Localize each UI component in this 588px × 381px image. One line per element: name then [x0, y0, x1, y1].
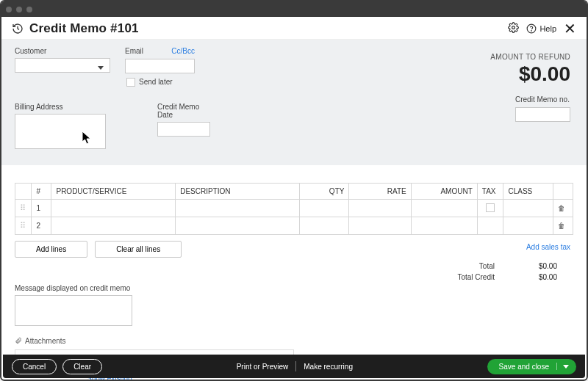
footer-bar: Cancel Clear Print or Preview Make recur… [3, 355, 585, 378]
page-header: Credit Memo #101 Help ✕ [1, 17, 587, 40]
credit-memo-no-label: Credit Memo no. [515, 95, 570, 104]
delete-row-icon[interactable]: 🗑 [558, 222, 565, 230]
totals-block: Total $0.00 Total Credit $0.00 [447, 262, 557, 284]
amount-refund-label: AMOUNT TO REFUND [490, 53, 570, 61]
memo-date-input[interactable] [157, 122, 210, 137]
col-amount: AMOUNT [411, 183, 477, 199]
col-description: DESCRIPTION [176, 183, 300, 199]
line-items-section: # PRODUCT/SERVICE DESCRIPTION QTY RATE A… [1, 165, 587, 258]
drag-handle-icon[interactable]: ⠿ [20, 221, 25, 230]
cancel-button[interactable]: Cancel [12, 359, 57, 374]
message-input[interactable] [15, 295, 132, 326]
close-icon[interactable]: ✕ [564, 21, 576, 36]
col-num: # [32, 183, 51, 199]
print-preview-button[interactable]: Print or Preview [237, 363, 289, 371]
paperclip-icon [15, 336, 22, 346]
window-dot-max[interactable] [26, 7, 32, 12]
history-icon[interactable] [12, 23, 24, 35]
clear-button[interactable]: Clear [62, 359, 102, 374]
amount-refund-value: $0.00 [490, 62, 570, 86]
footer-divider [295, 361, 296, 371]
drag-handle-icon[interactable]: ⠿ [20, 203, 25, 212]
add-sales-tax-link[interactable]: Add sales tax [526, 243, 570, 251]
line-items-table: # PRODUCT/SERVICE DESCRIPTION QTY RATE A… [15, 183, 573, 235]
svg-point-0 [512, 26, 515, 29]
col-product: PRODUCT/SERVICE [51, 183, 176, 199]
form-upper: Customer Email Cc/Bcc Send later AMOUNT … [1, 40, 587, 165]
send-later-label: Send later [139, 78, 173, 86]
help-button[interactable]: Help [526, 23, 556, 34]
chevron-down-icon[interactable] [563, 365, 569, 369]
billing-address-label: Billing Address [15, 103, 106, 111]
window-titlebar [1, 1, 587, 17]
credit-memo-no-input[interactable] [515, 107, 570, 122]
email-label: Email Cc/Bcc [125, 47, 195, 55]
settings-gear-icon[interactable] [508, 22, 519, 36]
save-and-close-button[interactable]: Save and close [487, 359, 576, 374]
app-window: Credit Memo #101 Help ✕ [0, 0, 588, 381]
total-label: Total [447, 262, 495, 270]
help-label: Help [539, 24, 556, 33]
col-class: CLASS [503, 183, 553, 199]
total-credit-label: Total Credit [447, 273, 495, 281]
delete-row-icon[interactable]: 🗑 [558, 204, 565, 212]
window-dot-min[interactable] [16, 7, 22, 12]
svg-point-2 [531, 31, 532, 32]
window-dot-close[interactable] [6, 7, 12, 12]
add-lines-button[interactable]: Add lines [15, 241, 87, 258]
email-input[interactable] [125, 59, 195, 73]
attachments-label: Attachments [25, 337, 66, 345]
send-later-checkbox[interactable] [126, 78, 135, 87]
customer-select[interactable] [15, 58, 110, 73]
col-tax: TAX [477, 183, 503, 199]
message-section: Message displayed on credit memo [1, 284, 587, 326]
table-row[interactable]: ⠿ 1 🗑 [15, 199, 573, 217]
customer-label: Customer [15, 47, 110, 55]
memo-date-label: Credit Memo Date [157, 103, 210, 119]
col-qty: QTY [299, 183, 348, 199]
ccbcc-link[interactable]: Cc/Bcc [171, 47, 195, 55]
clear-all-lines-button[interactable]: Clear all lines [95, 241, 182, 258]
page-title: Credit Memo #101 [29, 21, 139, 36]
col-rate: RATE [349, 183, 411, 199]
total-credit-value: $0.00 [539, 273, 557, 281]
billing-address-input[interactable] [15, 114, 106, 149]
message-label: Message displayed on credit memo [15, 284, 573, 292]
make-recurring-button[interactable]: Make recurring [304, 363, 353, 371]
tax-checkbox[interactable] [486, 203, 495, 212]
total-value: $0.00 [539, 262, 557, 270]
table-row[interactable]: ⠿ 2 🗑 [15, 217, 573, 234]
